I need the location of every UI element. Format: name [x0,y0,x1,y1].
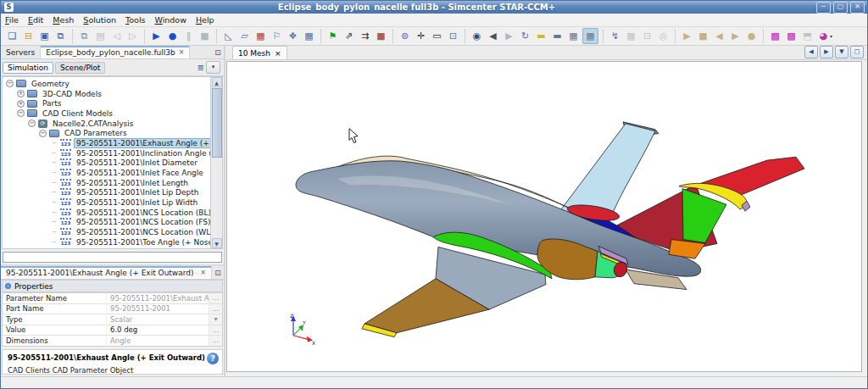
undo-icon[interactable]: ◁ [109,29,124,43]
expand-toggle-icon[interactable]: + [17,100,25,108]
clear-mesh-icon[interactable]: ▦ [253,29,268,43]
tree-scrollbar[interactable]: ▲ ▼ [211,76,223,249]
grid-on-icon[interactable]: ▦ [582,28,598,44]
anim-record-icon[interactable]: ● [744,29,759,43]
collapse-toggle-icon[interactable]: − [6,80,14,87]
anim-step-forward-icon[interactable]: ▶ [728,29,743,43]
menu-window[interactable]: Window [154,15,186,25]
scene-next-button[interactable]: ▶ [820,46,833,58]
subtab-scene-plot[interactable]: Scene/Plot [55,62,105,74]
view-forward-icon[interactable]: ▶ [502,29,516,43]
tree-dropdown-button[interactable]: ▾ [206,61,220,74]
tree-filter-input[interactable] [3,252,222,263]
panel-dock-icon[interactable]: ⊡ [212,266,224,279]
ruler-icon[interactable]: ▬ [550,29,565,43]
close-icon[interactable]: × [179,48,185,56]
plot-sphere-icon[interactable]: ◎ [656,29,670,43]
close-icon[interactable]: × [275,49,281,58]
menu-file[interactable]: File [5,15,19,25]
tree-item[interactable]: +3D-CAD Models [3,89,210,99]
save-all-icon[interactable]: ⧉ [53,29,68,43]
initialize-solution-icon[interactable]: ⚑ [326,29,340,43]
refresh-scene-icon[interactable]: ↻ [518,29,532,43]
snapshot-icon[interactable]: ◉ [470,29,484,43]
mesh-table-icon[interactable]: ▦ [302,29,316,43]
panel-dock-icon[interactable]: ⊡ [212,46,224,58]
plot-update-icon[interactable]: ↯ [608,29,622,43]
close-button[interactable]: ✕ [850,2,865,14]
scrollbar-thumb[interactable] [212,88,222,158]
tree-item[interactable]: ─12395-205511-2001\Inlet Lip Width [3,197,210,208]
stop-solution-icon[interactable]: ■ [374,29,388,43]
tab-servers[interactable]: Servers [1,46,41,58]
scene-list-button[interactable]: ▼ [835,46,849,58]
dropdown-caret-icon[interactable]: ▾ [830,33,832,39]
remesh-surface-icon[interactable]: ▱ [237,29,252,43]
menu-tools[interactable]: Tools [125,15,145,25]
property-value[interactable]: 6.0 deg [107,325,209,334]
title-bar[interactable]: S Eclipse_body_pylon_nacelle full3b - Si… [1,1,867,14]
load-simulation-icon[interactable]: ⊟ [21,29,36,43]
flag-mesh-icon[interactable]: ⚐ [270,29,284,43]
maximize-button[interactable]: ▢ [833,2,848,14]
paste-icon[interactable]: ▤ [93,29,108,43]
tree-item[interactable]: ─12395-205511-2001\Inlet Length [3,178,210,188]
ellipsis-button[interactable]: … [209,325,222,336]
menu-help[interactable]: Help [196,15,214,25]
close-icon[interactable]: × [200,269,206,276]
tree-item[interactable]: ─12395-205511-2001\Inlet Face Angle [3,168,210,178]
tree-item[interactable]: −CAD Client Models [3,108,210,119]
grid-icon[interactable]: ▦ [566,29,581,43]
scroll-down-icon[interactable]: ▼ [212,238,222,248]
save-icon[interactable]: ▣ [37,29,52,43]
copy-icon[interactable]: ⧉ [77,29,92,43]
select-mesh-icon[interactable]: ◺ [221,29,236,43]
scene-maximize-button[interactable]: □ [850,46,864,58]
tab-eclipse-body-pylon-nacelle-full3b[interactable]: Eclipse_body_pylon_nacelle.full3b× [41,46,190,58]
menu-solution[interactable]: Solution [83,15,116,25]
ellipsis-button[interactable]: … [209,304,222,314]
stamp-icon[interactable]: ⬒ [800,29,815,43]
anim-stop-icon[interactable]: ■ [696,29,710,43]
tree-item[interactable]: ─12395-205511-2001\Toe Angle (+ Nose Out… [3,237,210,247]
tree-item[interactable]: ─12395-205511-2001\NCS Location (BL) [3,208,210,218]
scene-prev-button[interactable]: ◀ [804,46,818,58]
minimize-button[interactable]: ─ [816,2,831,14]
drive-view-icon[interactable]: ⊜ [398,29,412,43]
ellipsis-button[interactable]: … [209,336,222,346]
tree-options-icon[interactable]: ≣ [198,63,204,72]
save-view-icon[interactable]: ⊡ [446,29,460,43]
scene-canvas[interactable]: Z Y X [226,61,862,372]
tree-item[interactable]: ─12395-205511-2001\Exhaust Angle (+ Exit… [3,138,210,148]
representation-icon[interactable]: ◕ [816,29,831,43]
menu-mesh[interactable]: Mesh [53,15,74,25]
tree-item[interactable]: −Geometry [3,79,210,89]
help-icon[interactable]: ? [207,353,219,364]
ellipsis-button[interactable]: … [209,293,222,303]
tree-item[interactable]: +Parts [3,98,210,108]
fit-view-icon[interactable]: ✛ [414,29,428,43]
collapse-toggle-icon[interactable]: − [17,109,25,117]
tree-item[interactable]: ─12395-205511-2001\Inlet Diameter [3,158,210,169]
run-icon[interactable]: ● [165,29,180,43]
tree-item[interactable]: −CAD Parameters [3,128,210,138]
properties-tab[interactable]: 95-205511-2001\Exhaust Angle (+ Exit Out… [1,266,212,279]
plot-grid-icon[interactable]: ▦ [624,29,638,43]
scene-tab[interactable]: 10 Mesh × [232,46,287,59]
dropdown-icon[interactable]: ▾ [209,314,222,325]
tree-item[interactable]: −⟳Nacelle2.CATAnalysis [3,119,210,129]
anim-play-icon[interactable]: ▶ [680,29,694,43]
mesh-diagnostics-icon[interactable]: ▩ [768,29,782,43]
tree-item[interactable]: ─12395-205511-2001\NCS Location (FS) [3,218,210,228]
plot-frame-icon[interactable]: ⊡ [640,29,654,43]
stop-icon[interactable]: ■ [198,29,212,43]
subtab-simulation[interactable]: Simulation [3,62,53,74]
new-simulation-icon[interactable]: ❏ [5,29,19,43]
tree-item[interactable]: ─12395-205511-2001\NCS Location (WL) [3,227,210,237]
volume-mesh-icon[interactable]: ❖ [286,29,300,43]
tree-item[interactable]: ─12395-205511-2001\Inclination Angle (+ … [3,148,210,158]
collapse-toggle-icon[interactable]: − [28,119,36,127]
menu-edit[interactable]: Edit [28,15,43,25]
walk-solution-icon[interactable]: ⇗ [342,29,356,43]
scroll-up-icon[interactable]: ▲ [212,77,222,87]
